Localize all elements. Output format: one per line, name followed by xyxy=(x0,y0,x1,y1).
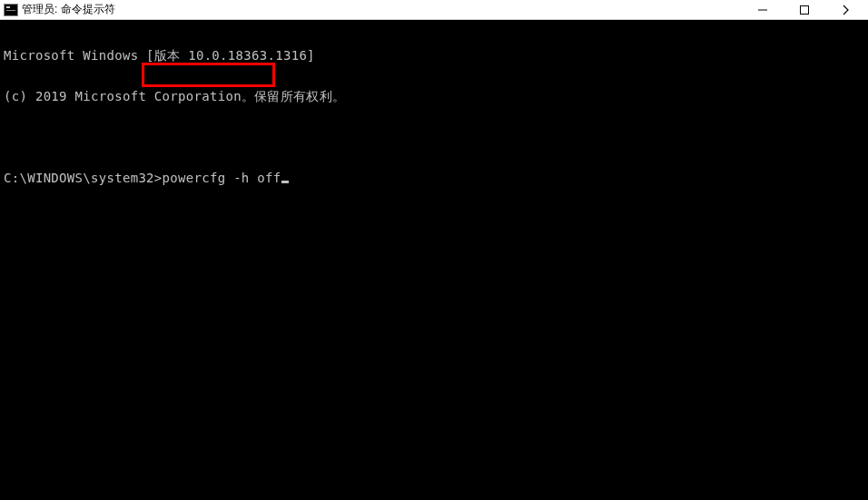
titlebar[interactable]: 管理员: 命令提示符 xyxy=(0,0,868,20)
cursor-icon xyxy=(281,181,289,183)
chevron-right-icon xyxy=(842,5,851,15)
cmd-window: 管理员: 命令提示符 Microsoft Windows [版本 10.0. xyxy=(0,0,868,500)
titlebar-left: 管理员: 命令提示符 xyxy=(4,2,115,17)
minimize-button[interactable] xyxy=(750,1,775,19)
window-title: 管理员: 命令提示符 xyxy=(22,2,115,17)
maximize-button[interactable] xyxy=(792,1,817,19)
more-button[interactable] xyxy=(833,1,859,19)
command-text: powercfg -h off xyxy=(163,171,281,185)
prompt-line: C:\WINDOWS\system32>powercfg -h off xyxy=(4,172,864,185)
terminal-area[interactable]: Microsoft Windows [版本 10.0.18363.1316] (… xyxy=(0,20,868,500)
svg-rect-1 xyxy=(801,5,809,14)
window-controls xyxy=(750,1,866,19)
blank-line xyxy=(4,131,864,144)
version-line: Microsoft Windows [版本 10.0.18363.1316] xyxy=(4,49,864,63)
maximize-icon xyxy=(800,5,809,15)
terminal-output: Microsoft Windows [版本 10.0.18363.1316] (… xyxy=(0,20,868,212)
prompt-text: C:\WINDOWS\system32> xyxy=(4,171,163,185)
copyright-line: (c) 2019 Microsoft Corporation。保留所有权利。 xyxy=(4,90,864,103)
cmd-icon xyxy=(4,4,18,16)
minimize-icon xyxy=(758,5,767,15)
